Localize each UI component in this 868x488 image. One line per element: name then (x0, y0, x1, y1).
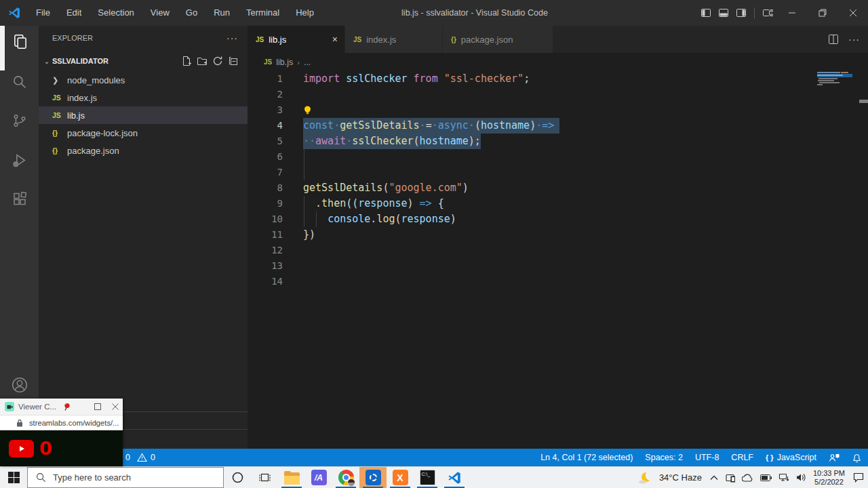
vscode-taskbar-button[interactable] (441, 467, 468, 488)
viewer-address-bar[interactable]: streamlabs.com/widgets/... (0, 415, 123, 430)
viewer-titlebar[interactable]: Viewer C... (0, 399, 123, 415)
breadcrumb-file[interactable]: lib.js (276, 58, 293, 67)
tab-package.json[interactable]: {}package.json (443, 26, 553, 53)
lightbulb-icon[interactable] (302, 105, 313, 115)
explorer-more-actions-icon[interactable]: ··· (226, 33, 238, 43)
tree-item-package-lock.json[interactable]: {}package-lock.json (39, 124, 248, 142)
js-file-icon: JS (52, 94, 67, 102)
code-line-9[interactable]: 9 .then((response) => { (248, 196, 868, 211)
status-ln-4-col-1-72-selected-[interactable]: Ln 4, Col 1 (72 selected) (534, 453, 639, 462)
warnings-count[interactable]: 0 (151, 453, 155, 462)
breadcrumb[interactable]: JS lib.js › ... (248, 53, 868, 71)
new-folder-icon[interactable] (197, 56, 208, 66)
battery-icon[interactable] (760, 474, 772, 481)
menu-selection[interactable]: Selection (90, 0, 142, 26)
minimap[interactable] (817, 71, 856, 437)
customize-layout-icon[interactable] (759, 0, 776, 26)
file-explorer-button[interactable] (278, 467, 305, 488)
status-javascript[interactable]: { }JavaScript (760, 453, 823, 462)
code-editor[interactable]: 1import sslChecker from "ssl-checker";23… (248, 71, 868, 449)
menu-edit[interactable]: Edit (58, 0, 90, 26)
restore-button[interactable] (807, 0, 837, 26)
streamlabs-button[interactable] (359, 467, 387, 488)
split-editor-icon[interactable] (828, 34, 839, 45)
status-spaces-2[interactable]: Spaces: 2 (639, 453, 689, 462)
warnings-icon[interactable] (137, 453, 147, 462)
tray-expand-icon[interactable] (710, 475, 718, 481)
task-view-button[interactable] (251, 467, 278, 488)
titlebar-divider (754, 7, 755, 18)
status-crlf[interactable]: CRLF (725, 453, 760, 462)
toggle-secondary-sidebar-icon[interactable] (732, 0, 750, 26)
code-line-10[interactable]: 10 console.log(response) (248, 211, 868, 227)
terminal-button[interactable]: C:\_ (414, 467, 441, 488)
code-line-12[interactable]: 12 (248, 243, 868, 258)
tree-item-lib.js[interactable]: JSlib.js (39, 106, 248, 124)
search-icon[interactable] (0, 65, 39, 98)
taskbar-search-input[interactable]: Type here to search (27, 467, 224, 488)
new-file-icon[interactable] (181, 56, 192, 66)
breadcrumb-symbol[interactable]: ... (304, 58, 311, 67)
code-line-4[interactable]: 4const·getSslDetails·=·async·(hostname)·… (248, 118, 868, 134)
refresh-icon[interactable] (212, 56, 223, 66)
close-button[interactable] (837, 0, 868, 26)
minimize-button[interactable] (776, 0, 807, 26)
xampp-button[interactable]: X (387, 467, 414, 488)
feedback-icon[interactable] (823, 453, 846, 463)
folder-section-header[interactable]: ⌄ SSLVALIDATOR (39, 53, 248, 69)
run-debug-icon[interactable] (0, 144, 39, 176)
code-line-1[interactable]: 1import sslChecker from "ssl-checker"; (248, 71, 868, 87)
code-line-2[interactable]: 2 (248, 87, 868, 102)
code-line-7[interactable]: 7 (248, 165, 868, 180)
code-line-8[interactable]: 8getSslDetails("google.com") (248, 180, 868, 196)
menu-help[interactable]: Help (288, 0, 322, 26)
tab-lib.js[interactable]: JSlib.js× (248, 26, 345, 53)
toggle-panel-icon[interactable] (715, 0, 732, 26)
viewer-close-button[interactable] (112, 403, 119, 410)
toggle-sidebar-icon[interactable] (697, 0, 715, 26)
viewer-url[interactable]: streamlabs.com/widgets/... (29, 419, 119, 427)
tab-index.js[interactable]: JSindex.js (345, 26, 443, 53)
device-icon[interactable] (725, 473, 735, 483)
notifications-bell-icon[interactable] (846, 453, 868, 463)
purple-app-button[interactable]: /A (305, 467, 332, 488)
weather-icon[interactable] (637, 471, 652, 485)
weather-text[interactable]: 34°C Haze (659, 472, 702, 483)
action-center-icon[interactable] (853, 472, 864, 483)
collapse-folders-icon[interactable] (228, 56, 239, 66)
code-line-5[interactable]: 5··await·sslChecker(hostname); (248, 134, 868, 149)
tree-item-package.json[interactable]: {}package.json (39, 142, 248, 159)
explorer-icon[interactable] (0, 26, 39, 58)
line-number: 3 (248, 102, 283, 118)
code-line-14[interactable]: 14 (248, 274, 868, 289)
source-control-icon[interactable] (0, 104, 39, 137)
breadcrumb-separator-icon: › (297, 58, 300, 66)
onedrive-icon[interactable] (742, 474, 753, 482)
menu-view[interactable]: View (142, 0, 178, 26)
editor-more-actions-icon[interactable]: ··· (848, 34, 860, 45)
cortana-button[interactable] (224, 467, 251, 488)
menu-run[interactable]: Run (205, 0, 238, 26)
account-icon[interactable] (0, 369, 39, 401)
menu-terminal[interactable]: Terminal (238, 0, 288, 26)
status-utf-8[interactable]: UTF-8 (689, 453, 725, 462)
pin-icon[interactable] (62, 402, 72, 411)
tree-item-index.js[interactable]: JSindex.js (39, 89, 248, 106)
network-icon[interactable] (778, 473, 789, 482)
volume-icon[interactable] (796, 473, 806, 482)
close-tab-icon[interactable]: × (332, 34, 338, 45)
viewer-maximize-button[interactable] (94, 403, 101, 410)
chrome-button[interactable] (332, 467, 359, 488)
start-button[interactable] (0, 467, 27, 488)
tree-item-node_modules[interactable]: ❯node_modules (39, 71, 248, 89)
extensions-icon[interactable] (0, 183, 39, 216)
taskbar-clock[interactable]: 10:33 PM 5/2/2022 (813, 469, 845, 487)
menu-file[interactable]: File (28, 0, 58, 26)
code-line-13[interactable]: 13 (248, 258, 868, 274)
errors-count[interactable]: 0 (125, 453, 130, 462)
overview-ruler-selection-mark (859, 100, 868, 103)
code-line-6[interactable]: 6 (248, 149, 868, 165)
menu-go[interactable]: Go (178, 0, 205, 26)
code-line-3[interactable]: 3 (248, 102, 868, 118)
code-line-11[interactable]: 11}) (248, 227, 868, 243)
